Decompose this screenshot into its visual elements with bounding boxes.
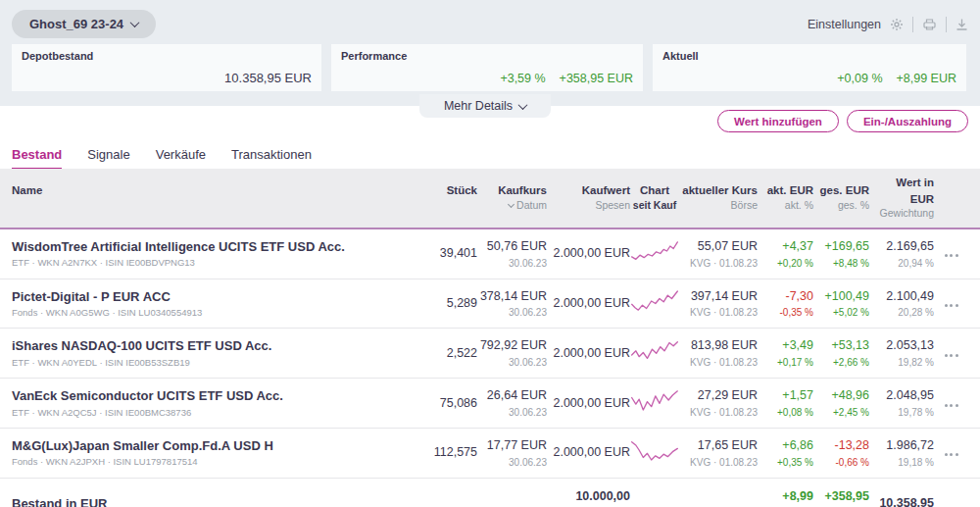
tab-transaktionen[interactable]: Transaktionen xyxy=(231,147,312,170)
instrument-name[interactable]: VanEck Semiconductor UCITS ETF USD Acc. xyxy=(12,386,355,406)
instrument-name[interactable]: M&G(Lux)Japan Smaller Comp.Fd.A USD H xyxy=(12,436,355,456)
row-menu-button[interactable] xyxy=(945,450,958,459)
instrument-name[interactable]: Pictet-Digital - P EUR ACC xyxy=(12,287,355,307)
buy-value-cell: 2.000,00 EUR xyxy=(547,443,630,462)
table-row[interactable]: M&G(Lux)Japan Smaller Comp.Fd.A USD H Fo… xyxy=(0,429,980,479)
instrument-identifiers: Fonds · WKN A2JPXH · ISIN LU1797817514 xyxy=(12,455,355,469)
col-buy-price[interactable]: Kaufkurs xyxy=(477,182,547,199)
day-change-pct: -0,35 % xyxy=(758,305,813,320)
card-label: Aktuell xyxy=(662,50,956,62)
position-value: 2.053,13 xyxy=(869,336,934,355)
table-row[interactable]: VanEck Semiconductor UCITS ETF USD Acc. … xyxy=(0,379,980,429)
position-weight: 19,78 % xyxy=(869,405,934,420)
sort-chevron-down-icon[interactable] xyxy=(508,201,514,208)
card-label: Depotbestand xyxy=(22,50,312,62)
shares-cell: 5,289 xyxy=(355,294,477,313)
buy-date: 30.06.23 xyxy=(477,455,547,470)
table-row[interactable]: iShares NASDAQ-100 UCITS ETF USD Acc. ET… xyxy=(0,329,980,379)
row-menu-button[interactable] xyxy=(945,351,958,360)
tab-signale[interactable]: Signale xyxy=(87,147,129,170)
summary-day-eur: +8,99 xyxy=(758,487,813,506)
day-change-eur: +6,86 xyxy=(758,436,813,455)
instrument-identifiers: ETF · WKN A2N7KX · ISIN IE00BDVPNG13 xyxy=(12,256,355,270)
sparkline-chart[interactable] xyxy=(630,286,679,316)
settings-label[interactable]: Einstellungen xyxy=(808,18,881,31)
performance-amount: +358,95 EUR xyxy=(560,72,633,85)
buy-date: 30.06.23 xyxy=(477,405,547,420)
col-shares[interactable]: Stück xyxy=(355,182,477,199)
instrument-identifiers: ETF · WKN A2QC5J · ISIN IE00BMC38736 xyxy=(12,406,355,420)
total-change-eur: +48,96 xyxy=(813,386,869,405)
sparkline-chart[interactable] xyxy=(630,385,679,415)
instrument-identifiers: ETF · WKN A0YEDL · ISIN IE00B53SZB19 xyxy=(12,356,355,370)
holdings-table: Name Stück Kaufkurs Datum Kaufwert Spese… xyxy=(0,169,980,507)
col-name[interactable]: Name xyxy=(12,182,355,199)
aktuell-amount: +8,99 EUR xyxy=(897,72,957,85)
buy-value-cell: 2.000,00 EUR xyxy=(547,394,630,413)
col-current-price[interactable]: aktueller Kurs xyxy=(679,182,758,199)
total-change-eur: -13,28 xyxy=(813,436,869,455)
sparkline-chart[interactable] xyxy=(630,335,679,365)
instrument-name[interactable]: iShares NASDAQ-100 UCITS ETF USD Acc. xyxy=(12,336,355,356)
portfolio-selector[interactable]: Ghost_69 23-24 xyxy=(12,10,156,38)
current-price: 55,07 EUR xyxy=(679,237,758,256)
position-value: 2.100,49 xyxy=(869,287,934,306)
day-change-pct: +0,35 % xyxy=(758,455,813,470)
buy-price: 50,76 EUR xyxy=(477,237,547,256)
position-value: 2.048,95 xyxy=(869,386,934,405)
card-label: Performance xyxy=(341,50,633,62)
portfolio-name: Ghost_69 23-24 xyxy=(29,17,123,31)
col-value-eur[interactable]: Wert in EUR xyxy=(869,175,934,207)
row-menu-button[interactable] xyxy=(945,251,958,260)
price-source: KVG · 01.08.23 xyxy=(679,405,758,420)
current-price: 17,65 EUR xyxy=(679,436,758,455)
position-weight: 20,94 % xyxy=(869,256,934,271)
current-price: 27,29 EUR xyxy=(679,386,758,405)
depot-value-card: Depotbestand 10.358,95 EUR xyxy=(12,44,321,91)
position-value: 2.169,65 xyxy=(869,237,934,256)
tab-bestand[interactable]: Bestand xyxy=(12,147,62,170)
more-details-button[interactable]: Mehr Details xyxy=(419,94,551,118)
day-change-pct: +0,20 % xyxy=(758,256,813,271)
add-value-button[interactable]: Wert hinzufügen xyxy=(717,110,839,132)
shares-cell: 112,575 xyxy=(355,443,477,462)
col-buy-value[interactable]: Kaufwert xyxy=(547,182,630,199)
total-change-pct: -0,66 % xyxy=(813,455,869,470)
day-change-eur: +1,57 xyxy=(758,386,813,405)
row-menu-button[interactable] xyxy=(945,401,958,410)
gear-icon[interactable] xyxy=(890,18,904,31)
price-source: KVG · 01.08.23 xyxy=(679,305,758,320)
depot-value: 10.358,95 EUR xyxy=(22,71,312,85)
instrument-identifiers: Fonds · WKN A0G5WG · ISIN LU0340554913 xyxy=(12,306,355,320)
printer-icon[interactable] xyxy=(922,18,937,31)
table-row[interactable]: WisdomTree Artificial Intelligence UCITS… xyxy=(0,229,980,279)
buy-value-cell: 2.000,00 EUR xyxy=(547,244,630,263)
sparkline-chart[interactable] xyxy=(630,435,679,465)
table-row[interactable]: Pictet-Digital - P EUR ACC Fonds · WKN A… xyxy=(0,279,980,330)
instrument-name[interactable]: WisdomTree Artificial Intelligence UCITS… xyxy=(12,237,355,257)
row-menu-button[interactable] xyxy=(945,301,958,310)
chevron-down-icon xyxy=(130,18,140,27)
buy-price: 378,14 EUR xyxy=(477,287,547,306)
buy-value-cell: 2.000,00 EUR xyxy=(547,344,630,363)
position-weight: 20,28 % xyxy=(869,305,934,320)
sparkline-chart[interactable] xyxy=(630,236,679,266)
depot-page: Ghost_69 23-24 Einstellungen xyxy=(0,0,980,507)
buy-date: 30.06.23 xyxy=(477,355,547,370)
buy-date: 30.06.23 xyxy=(477,305,547,320)
aktuell-card: Aktuell +0,09 % +8,99 EUR xyxy=(653,44,966,91)
price-source: KVG · 01.08.23 xyxy=(679,256,758,271)
deposit-withdraw-button[interactable]: Ein-/Auszahlung xyxy=(847,110,968,132)
summary-row-bestand: Bestand in EUR 10.000,00 0,00 +8,99 +0,0… xyxy=(0,479,980,507)
buy-value-cell: 2.000,00 EUR xyxy=(547,294,630,313)
tab-verkaeufe[interactable]: Verkäufe xyxy=(156,147,206,170)
total-change-eur: +169,65 xyxy=(813,237,869,256)
day-change-pct: +0,17 % xyxy=(758,355,813,370)
download-icon[interactable] xyxy=(956,18,968,31)
chevron-down-icon xyxy=(518,100,528,110)
col-day-eur[interactable]: akt. EUR xyxy=(758,182,813,199)
col-chart[interactable]: Chart xyxy=(630,182,679,199)
price-source: KVG · 01.08.23 xyxy=(679,455,758,470)
col-total-eur[interactable]: ges. EUR xyxy=(813,182,869,199)
current-price: 813,98 EUR xyxy=(679,336,758,355)
